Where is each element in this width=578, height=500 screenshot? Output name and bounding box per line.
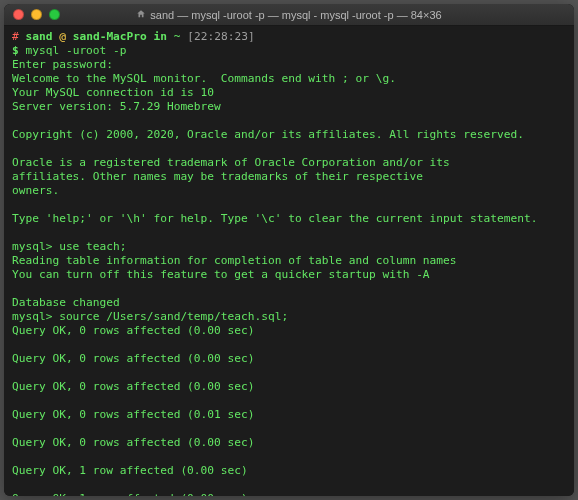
output-line: Server version: 5.7.29 Homebrew — [12, 100, 566, 114]
output-line — [12, 478, 566, 492]
prompt-in: in — [154, 30, 167, 43]
prompt-dollar: $ — [12, 44, 19, 57]
output-line — [12, 282, 566, 296]
window-title: sand — mysql -uroot -p — mysql - mysql -… — [4, 9, 574, 21]
output-line: Database changed — [12, 296, 566, 310]
output-line — [12, 366, 566, 380]
output-line — [12, 114, 566, 128]
minimize-icon[interactable] — [31, 9, 42, 20]
prompt-hash: # — [12, 30, 19, 43]
output-line — [12, 422, 566, 436]
terminal-window: sand — mysql -uroot -p — mysql - mysql -… — [4, 4, 574, 496]
output-line: Oracle is a registered trademark of Orac… — [12, 156, 566, 170]
output-line — [12, 226, 566, 240]
output-line: Welcome to the MySQL monitor. Commands e… — [12, 72, 566, 86]
output-line: Query OK, 0 rows affected (0.00 sec) — [12, 436, 566, 450]
output-line — [12, 338, 566, 352]
output-line: Query OK, 0 rows affected (0.00 sec) — [12, 324, 566, 338]
output-line: mysql> use teach; — [12, 240, 566, 254]
prompt-at: @ — [59, 30, 66, 43]
window-title-text: sand — mysql -uroot -p — mysql - mysql -… — [150, 9, 441, 21]
output-line: Your MySQL connection id is 10 — [12, 86, 566, 100]
prompt-path: ~ — [174, 30, 181, 43]
output-line: Query OK, 0 rows affected (0.00 sec) — [12, 380, 566, 394]
output-line — [12, 450, 566, 464]
output-line: Query OK, 0 rows affected (0.00 sec) — [12, 352, 566, 366]
close-icon[interactable] — [13, 9, 24, 20]
output-line: Type 'help;' or '\h' for help. Type '\c'… — [12, 212, 566, 226]
output-line: Reading table information for completion… — [12, 254, 566, 268]
prompt-host: sand-MacPro — [73, 30, 147, 43]
output-line: owners. — [12, 184, 566, 198]
zoom-icon[interactable] — [49, 9, 60, 20]
output-line — [12, 198, 566, 212]
output-line: mysql> source /Users/sand/temp/teach.sql… — [12, 310, 566, 324]
titlebar[interactable]: sand — mysql -uroot -p — mysql - mysql -… — [4, 4, 574, 26]
output-line: Query OK, 1 row affected (0.00 sec) — [12, 492, 566, 496]
home-icon — [136, 9, 146, 21]
output-line — [12, 142, 566, 156]
prompt-user: sand — [26, 30, 53, 43]
prompt-time: [22:28:23] — [187, 30, 254, 43]
window-controls — [4, 9, 60, 20]
terminal-body[interactable]: # sand @ sand-MacPro in ~ [22:28:23]$ my… — [4, 26, 574, 496]
output-line: Copyright (c) 2000, 2020, Oracle and/or … — [12, 128, 566, 142]
output-line — [12, 394, 566, 408]
command-text: mysql -uroot -p — [26, 44, 127, 57]
output-line: Enter password: — [12, 58, 566, 72]
output-line: Query OK, 1 row affected (0.00 sec) — [12, 464, 566, 478]
command-line: $ mysql -uroot -p — [12, 44, 566, 58]
output-line: You can turn off this feature to get a q… — [12, 268, 566, 282]
prompt-line: # sand @ sand-MacPro in ~ [22:28:23] — [12, 30, 566, 44]
output-line: affiliates. Other names may be trademark… — [12, 170, 566, 184]
output-line: Query OK, 0 rows affected (0.01 sec) — [12, 408, 566, 422]
